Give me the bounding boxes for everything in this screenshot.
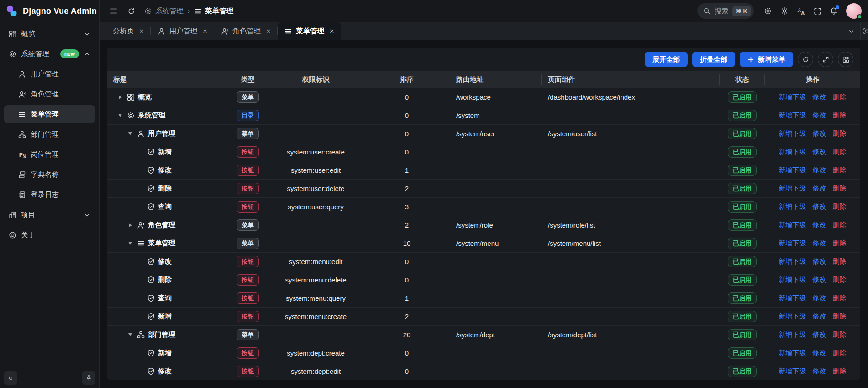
edit-link[interactable]: 修改	[813, 166, 826, 175]
sidebar-item-user[interactable]: 用户管理	[4, 65, 95, 83]
edit-link[interactable]: 修改	[813, 93, 826, 101]
sidebar-item-system[interactable]: 系统管理new	[4, 45, 95, 63]
tab-maximize-button[interactable]	[860, 22, 868, 40]
delete-link[interactable]: 删除	[833, 93, 847, 101]
add-child-link[interactable]: 新增下级	[779, 129, 806, 138]
sidebar-item-login-log[interactable]: 登录日志	[4, 186, 95, 204]
breadcrumb-item-system[interactable]: 系统管理	[144, 6, 184, 16]
delete-link[interactable]: 删除	[833, 111, 847, 120]
theme-toggle-button[interactable]	[777, 3, 792, 19]
add-child-link[interactable]: 新增下级	[779, 349, 806, 357]
close-icon[interactable]: ✕	[266, 28, 271, 35]
delete-link[interactable]: 删除	[833, 202, 847, 211]
delete-link[interactable]: 删除	[833, 276, 847, 284]
expand-all-button[interactable]: 展开全部	[645, 52, 688, 67]
breadcrumb-item-menu[interactable]: 菜单管理	[194, 6, 233, 16]
sidebar-toggle-button[interactable]	[106, 3, 121, 19]
edit-link[interactable]: 修改	[813, 129, 826, 138]
delete-link[interactable]: 删除	[833, 166, 847, 175]
add-child-link[interactable]: 新增下级	[779, 367, 806, 376]
add-child-link[interactable]: 新增下级	[779, 93, 806, 101]
add-child-link[interactable]: 新增下级	[779, 166, 806, 175]
edit-link[interactable]: 修改	[813, 367, 826, 376]
row-status-cell: 已启用	[720, 91, 765, 103]
tab-menu[interactable]: 菜单管理✕	[278, 22, 341, 40]
add-child-link[interactable]: 新增下级	[779, 221, 806, 229]
add-child-link[interactable]: 新增下级	[779, 276, 806, 284]
edit-link[interactable]: 修改	[813, 257, 826, 266]
sidebar-item-post[interactable]: Pg岗位管理	[4, 145, 95, 164]
tab-list-dropdown-button[interactable]	[842, 22, 860, 40]
delete-link[interactable]: 删除	[833, 330, 847, 339]
delete-link[interactable]: 删除	[833, 312, 847, 321]
sidebar-item-dept[interactable]: 部门管理	[4, 125, 95, 144]
add-child-link[interactable]: 新增下级	[779, 330, 806, 339]
fullscreen-button[interactable]	[810, 3, 825, 19]
tab-role[interactable]: 角色管理✕	[214, 22, 278, 40]
table-refresh-button[interactable]	[798, 52, 813, 67]
add-menu-button[interactable]: 新增菜单	[740, 52, 793, 67]
row-actions-cell: 新增下级修改删除	[765, 184, 860, 193]
notifications-button[interactable]	[826, 3, 842, 19]
page-refresh-button[interactable]	[123, 3, 139, 19]
table-fullscreen-button[interactable]	[818, 52, 833, 67]
delete-link[interactable]: 删除	[833, 221, 847, 229]
edit-link[interactable]: 修改	[813, 330, 826, 339]
tab-analysis[interactable]: 分析页✕	[106, 22, 151, 40]
pin-button[interactable]	[82, 371, 95, 385]
delete-link[interactable]: 删除	[833, 257, 847, 266]
add-child-link[interactable]: 新增下级	[779, 202, 806, 211]
delete-link[interactable]: 删除	[833, 367, 847, 376]
delete-link[interactable]: 删除	[833, 239, 847, 248]
tab-user[interactable]: 用户管理✕	[151, 22, 214, 40]
edit-link[interactable]: 修改	[813, 294, 826, 303]
delete-link[interactable]: 删除	[833, 148, 847, 156]
delete-link[interactable]: 删除	[833, 294, 847, 303]
edit-link[interactable]: 修改	[813, 221, 826, 229]
add-child-link[interactable]: 新增下级	[779, 239, 806, 248]
sidebar-collapse-button[interactable]: «	[4, 371, 17, 385]
sidebar-item-about[interactable]: 关于	[4, 226, 95, 244]
collapse-row-arrow[interactable]	[126, 333, 134, 336]
close-icon[interactable]: ✕	[139, 28, 144, 35]
collapse-row-arrow[interactable]	[126, 132, 134, 135]
close-icon[interactable]: ✕	[202, 28, 207, 35]
sidebar-item-role[interactable]: 角色管理	[4, 85, 95, 103]
edit-link[interactable]: 修改	[813, 312, 826, 321]
edit-link[interactable]: 修改	[813, 111, 826, 120]
edit-link[interactable]: 修改	[813, 239, 826, 248]
edit-link[interactable]: 修改	[813, 276, 826, 284]
column-settings-button[interactable]	[838, 52, 853, 67]
close-icon[interactable]: ✕	[329, 28, 334, 35]
expand-row-arrow[interactable]	[126, 223, 134, 227]
sidebar-item-menu[interactable]: 菜单管理	[4, 105, 95, 123]
add-child-link[interactable]: 新增下级	[779, 312, 806, 321]
avatar[interactable]	[846, 3, 862, 19]
delete-link[interactable]: 删除	[833, 129, 847, 138]
role-icon	[18, 90, 26, 98]
sidebar-item-dict[interactable]: 字典名称	[4, 165, 95, 184]
collapse-row-arrow[interactable]	[116, 114, 124, 117]
delete-link[interactable]: 删除	[833, 184, 847, 193]
edit-link[interactable]: 修改	[813, 184, 826, 193]
collapse-row-arrow[interactable]	[126, 242, 134, 245]
add-child-link[interactable]: 新增下级	[779, 257, 806, 266]
language-button[interactable]: 文 A	[793, 3, 809, 19]
user-icon	[137, 130, 145, 138]
sidebar-item-project[interactable]: 项目	[4, 206, 95, 224]
add-child-link[interactable]: 新增下级	[779, 111, 806, 120]
edit-link[interactable]: 修改	[813, 148, 826, 156]
delete-link[interactable]: 删除	[833, 349, 847, 357]
search-input[interactable]: 搜索 ⌘ K	[697, 3, 754, 19]
collapse-all-button[interactable]: 折叠全部	[692, 52, 735, 67]
add-child-link[interactable]: 新增下级	[779, 184, 806, 193]
user-icon	[158, 27, 165, 35]
add-child-link[interactable]: 新增下级	[779, 294, 806, 303]
add-child-link[interactable]: 新增下级	[779, 148, 806, 156]
edit-link[interactable]: 修改	[813, 349, 826, 357]
edit-link[interactable]: 修改	[813, 202, 826, 211]
sidebar-item-overview[interactable]: 概览	[4, 25, 95, 43]
sidebar-item-label: 岗位管理	[31, 150, 90, 159]
settings-button[interactable]	[760, 3, 776, 19]
expand-row-arrow[interactable]	[116, 96, 124, 99]
